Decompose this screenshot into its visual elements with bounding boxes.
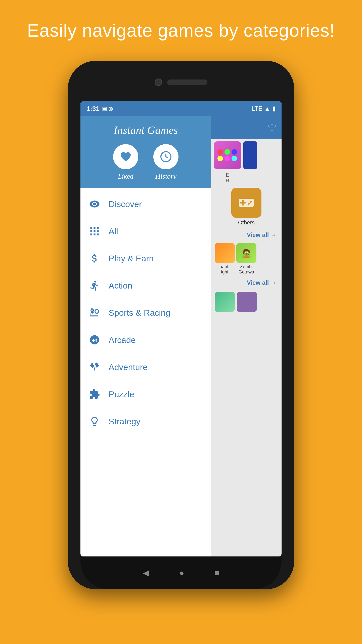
section-card-green[interactable]: [215, 292, 235, 312]
screen-content: 1:31 ▣ ◎ LTE ▲ ▮ Inst: [80, 101, 282, 556]
app-main: ER Others: [211, 139, 282, 315]
menu-item-play-earn[interactable]: Play & Earn: [80, 245, 211, 272]
view-all-row-2: View all →: [214, 277, 279, 288]
small-game-row: iantight 🧟 ZombiGetawa: [214, 243, 279, 275]
phone-speaker: [167, 79, 207, 85]
drawer-quick-actions: Liked History: [85, 144, 206, 180]
candy-game-card[interactable]: [214, 141, 241, 169]
game-item-2: 🧟 ZombiGetawa: [236, 243, 256, 275]
status-right: LTE ▲ ▮: [251, 105, 276, 112]
menu-item-all[interactable]: All: [80, 218, 211, 245]
game-text-row: ER: [214, 172, 279, 184]
game-row-1: [214, 141, 279, 169]
sports-icon: [88, 306, 101, 319]
app-topbar: ♡: [211, 116, 282, 139]
menu-item-arcade[interactable]: Arcade: [80, 326, 211, 353]
app-area: Instant Games Liked: [80, 116, 282, 556]
drawer: Instant Games Liked: [80, 116, 211, 556]
menu-item-action[interactable]: Action: [80, 272, 211, 299]
nav-recent-button[interactable]: ■: [214, 568, 219, 578]
page-title: Easily navigate games by categories!: [15, 20, 347, 41]
app-content: ♡: [211, 116, 282, 556]
puzzle-label: Puzzle: [109, 389, 134, 399]
liked-label: Liked: [118, 172, 133, 180]
history-quick-action[interactable]: History: [153, 144, 178, 180]
status-bar: 1:31 ▣ ◎ LTE ▲ ▮: [80, 101, 282, 116]
signal-icon: ▲: [264, 105, 270, 112]
grid-icon: [88, 225, 101, 238]
phone-bottom-bar: ◀ ● ■: [80, 556, 282, 589]
notification-icon: ◎: [108, 106, 113, 112]
status-time: 1:31: [86, 105, 100, 113]
adventure-label: Adventure: [109, 362, 148, 372]
status-left: 1:31 ▣ ◎: [86, 105, 113, 113]
menu-item-strategy[interactable]: Strategy: [80, 408, 211, 435]
phone-camera: [155, 78, 162, 86]
phone-top: [155, 78, 207, 86]
game-title-text: ER: [214, 172, 241, 184]
menu-item-discover[interactable]: Discover: [80, 190, 211, 218]
small-game-card-1[interactable]: [215, 243, 235, 263]
sports-racing-label: Sports & Racing: [109, 308, 170, 318]
history-label: History: [155, 172, 176, 180]
adventure-icon: [88, 360, 101, 374]
nav-back-button[interactable]: ◀: [143, 568, 149, 578]
network-label: LTE: [251, 105, 262, 112]
nav-home-button[interactable]: ●: [179, 568, 184, 578]
drawer-header: Instant Games Liked: [80, 116, 211, 188]
arcade-icon: [88, 333, 101, 346]
view-all-link-1[interactable]: View all →: [247, 231, 277, 238]
status-icons: ▣ ◎: [102, 106, 113, 112]
menu-item-puzzle[interactable]: Puzzle: [80, 381, 211, 408]
action-icon: [88, 279, 101, 292]
heart-filled-icon: [120, 151, 132, 163]
strategy-icon: [88, 415, 101, 428]
small-game-card-2[interactable]: 🧟: [236, 243, 256, 263]
all-label: All: [109, 226, 118, 236]
page-header: Easily navigate games by categories!: [0, 0, 362, 56]
section-card-purple[interactable]: [237, 292, 257, 312]
others-label: Others: [238, 219, 255, 226]
puzzle-icon: [88, 388, 101, 401]
blue-game-card[interactable]: [243, 141, 257, 169]
phone-screen: 1:31 ▣ ◎ LTE ▲ ▮ Inst: [80, 101, 282, 556]
view-all-link-2[interactable]: View all →: [247, 279, 277, 286]
phone-wrapper: 1:31 ▣ ◎ LTE ▲ ▮ Inst: [68, 61, 294, 589]
strategy-label: Strategy: [109, 417, 141, 426]
drawer-menu: Discover All: [80, 188, 211, 556]
heart-outline-icon[interactable]: ♡: [267, 122, 277, 133]
battery-icon: ▮: [272, 105, 276, 112]
play-earn-label: Play & Earn: [109, 254, 154, 263]
liked-quick-action[interactable]: Liked: [113, 144, 138, 180]
history-icon: [160, 151, 172, 163]
game-item-1: iantight: [215, 243, 235, 275]
game-name-2: ZombiGetawa: [239, 264, 254, 275]
drawer-title: Instant Games: [85, 124, 206, 137]
arcade-label: Arcade: [109, 335, 136, 345]
gamepad-icon: [238, 195, 254, 211]
action-label: Action: [109, 281, 132, 291]
history-circle: [153, 144, 178, 169]
menu-item-sports-racing[interactable]: Sports & Racing: [80, 299, 211, 326]
others-section: Others: [214, 187, 279, 227]
eye-icon: [88, 197, 101, 211]
others-game-card[interactable]: [231, 188, 261, 218]
sim-icon: ▣: [102, 106, 107, 112]
menu-item-adventure[interactable]: Adventure: [80, 353, 211, 381]
dollar-icon: [88, 252, 101, 265]
discover-label: Discover: [109, 199, 142, 209]
view-all-row-1: View all →: [214, 229, 279, 240]
game-name-1: iantight: [221, 264, 228, 275]
section-2: [214, 291, 279, 313]
liked-circle: [113, 144, 138, 169]
